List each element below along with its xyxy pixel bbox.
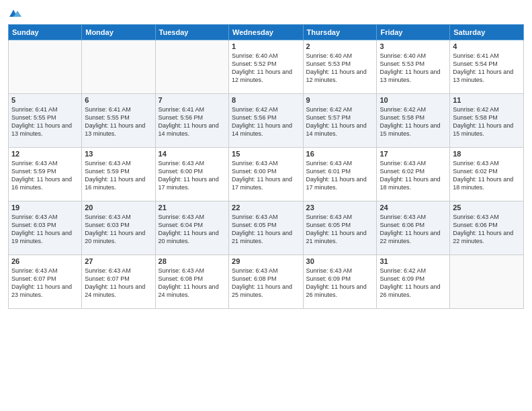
calendar-cell: 9Sunrise: 6:42 AM Sunset: 5:57 PM Daylig…	[303, 94, 377, 148]
calendar-cell: 23Sunrise: 6:43 AM Sunset: 6:05 PM Dayli…	[303, 201, 377, 255]
day-info: Sunrise: 6:43 AM Sunset: 5:59 PM Dayligh…	[11, 159, 79, 192]
calendar-cell: 30Sunrise: 6:43 AM Sunset: 6:09 PM Dayli…	[303, 255, 377, 309]
day-info: Sunrise: 6:43 AM Sunset: 6:05 PM Dayligh…	[232, 213, 300, 246]
day-number: 28	[159, 257, 226, 265]
calendar-cell	[450, 255, 524, 309]
day-info: Sunrise: 6:43 AM Sunset: 6:06 PM Dayligh…	[453, 213, 521, 246]
day-info: Sunrise: 6:41 AM Sunset: 5:55 PM Dayligh…	[11, 105, 79, 138]
day-number: 17	[380, 150, 447, 158]
day-number: 20	[85, 203, 152, 212]
calendar-cell: 27Sunrise: 6:43 AM Sunset: 6:07 PM Dayli…	[82, 255, 155, 309]
day-number: 31	[380, 257, 447, 265]
calendar-cell: 3Sunrise: 6:40 AM Sunset: 5:53 PM Daylig…	[377, 40, 450, 94]
calendar-cell: 18Sunrise: 6:43 AM Sunset: 6:02 PM Dayli…	[450, 148, 524, 201]
day-number: 18	[453, 150, 521, 158]
calendar-cell: 1Sunrise: 6:40 AM Sunset: 5:52 PM Daylig…	[229, 40, 304, 94]
day-info: Sunrise: 6:43 AM Sunset: 6:00 PM Dayligh…	[232, 159, 300, 192]
day-info: Sunrise: 6:42 AM Sunset: 6:09 PM Dayligh…	[380, 267, 447, 300]
calendar-cell	[82, 40, 155, 94]
calendar-cell: 16Sunrise: 6:43 AM Sunset: 6:01 PM Dayli…	[303, 148, 377, 201]
day-number: 13	[85, 150, 152, 158]
day-info: Sunrise: 6:43 AM Sunset: 6:06 PM Dayligh…	[380, 213, 447, 246]
day-number: 7	[159, 96, 226, 104]
calendar-header-saturday: Saturday	[450, 25, 524, 40]
day-number: 23	[306, 203, 374, 212]
calendar-week-4: 19Sunrise: 6:43 AM Sunset: 6:03 PM Dayli…	[9, 201, 524, 255]
calendar-header-tuesday: Tuesday	[155, 25, 228, 40]
calendar-header-friday: Friday	[377, 25, 450, 40]
day-info: Sunrise: 6:43 AM Sunset: 6:07 PM Dayligh…	[11, 267, 79, 300]
calendar-cell: 31Sunrise: 6:42 AM Sunset: 6:09 PM Dayli…	[377, 255, 450, 309]
calendar-cell: 19Sunrise: 6:43 AM Sunset: 6:03 PM Dayli…	[9, 201, 82, 255]
calendar-week-5: 26Sunrise: 6:43 AM Sunset: 6:07 PM Dayli…	[9, 255, 524, 309]
calendar-cell: 10Sunrise: 6:42 AM Sunset: 5:58 PM Dayli…	[377, 94, 450, 148]
calendar-header-thursday: Thursday	[303, 25, 377, 40]
calendar-cell: 21Sunrise: 6:43 AM Sunset: 6:04 PM Dayli…	[155, 201, 228, 255]
calendar-cell: 6Sunrise: 6:41 AM Sunset: 5:55 PM Daylig…	[82, 94, 155, 148]
day-info: Sunrise: 6:43 AM Sunset: 6:08 PM Dayligh…	[159, 267, 226, 300]
calendar-cell: 7Sunrise: 6:41 AM Sunset: 5:56 PM Daylig…	[155, 94, 228, 148]
calendar-cell: 20Sunrise: 6:43 AM Sunset: 6:03 PM Dayli…	[82, 201, 155, 255]
calendar-cell: 25Sunrise: 6:43 AM Sunset: 6:06 PM Dayli…	[450, 201, 524, 255]
calendar-cell: 2Sunrise: 6:40 AM Sunset: 5:53 PM Daylig…	[303, 40, 377, 94]
day-number: 6	[85, 96, 152, 104]
day-info: Sunrise: 6:40 AM Sunset: 5:52 PM Dayligh…	[232, 52, 300, 85]
calendar-cell: 4Sunrise: 6:41 AM Sunset: 5:54 PM Daylig…	[450, 40, 524, 94]
calendar-cell: 29Sunrise: 6:43 AM Sunset: 6:08 PM Dayli…	[229, 255, 304, 309]
header	[8, 7, 524, 19]
day-number: 29	[232, 257, 300, 265]
calendar-header-row: SundayMondayTuesdayWednesdayThursdayFrid…	[9, 25, 524, 40]
day-info: Sunrise: 6:43 AM Sunset: 6:02 PM Dayligh…	[453, 159, 521, 192]
day-number: 4	[453, 42, 521, 50]
day-number: 21	[159, 203, 226, 212]
day-number: 26	[11, 257, 79, 265]
day-number: 1	[232, 42, 300, 50]
day-number: 22	[232, 203, 300, 212]
day-info: Sunrise: 6:43 AM Sunset: 6:07 PM Dayligh…	[85, 267, 152, 300]
day-number: 3	[380, 42, 447, 50]
day-info: Sunrise: 6:41 AM Sunset: 5:54 PM Dayligh…	[453, 52, 521, 85]
day-info: Sunrise: 6:42 AM Sunset: 5:58 PM Dayligh…	[380, 105, 447, 138]
page: SundayMondayTuesdayWednesdayThursdayFrid…	[0, 0, 532, 411]
day-info: Sunrise: 6:43 AM Sunset: 6:03 PM Dayligh…	[11, 213, 79, 246]
day-info: Sunrise: 6:43 AM Sunset: 6:08 PM Dayligh…	[232, 267, 300, 300]
calendar-cell: 15Sunrise: 6:43 AM Sunset: 6:00 PM Dayli…	[229, 148, 304, 201]
day-number: 14	[159, 150, 226, 158]
day-number: 24	[380, 203, 447, 212]
calendar-header-wednesday: Wednesday	[229, 25, 304, 40]
calendar-cell: 22Sunrise: 6:43 AM Sunset: 6:05 PM Dayli…	[229, 201, 304, 255]
calendar-cell: 26Sunrise: 6:43 AM Sunset: 6:07 PM Dayli…	[9, 255, 82, 309]
calendar-cell	[9, 40, 82, 94]
day-info: Sunrise: 6:43 AM Sunset: 6:04 PM Dayligh…	[159, 213, 226, 246]
calendar-cell: 5Sunrise: 6:41 AM Sunset: 5:55 PM Daylig…	[9, 94, 82, 148]
day-number: 8	[232, 96, 300, 104]
calendar-cell: 13Sunrise: 6:43 AM Sunset: 5:59 PM Dayli…	[82, 148, 155, 201]
day-number: 9	[306, 96, 374, 104]
day-info: Sunrise: 6:41 AM Sunset: 5:55 PM Dayligh…	[85, 105, 152, 138]
day-info: Sunrise: 6:43 AM Sunset: 6:03 PM Dayligh…	[85, 213, 152, 246]
calendar-cell	[155, 40, 228, 94]
calendar-cell: 24Sunrise: 6:43 AM Sunset: 6:06 PM Dayli…	[377, 201, 450, 255]
day-info: Sunrise: 6:43 AM Sunset: 6:09 PM Dayligh…	[306, 267, 374, 300]
logo	[8, 7, 24, 19]
calendar-cell: 12Sunrise: 6:43 AM Sunset: 5:59 PM Dayli…	[9, 148, 82, 201]
day-info: Sunrise: 6:42 AM Sunset: 5:58 PM Dayligh…	[453, 105, 521, 138]
day-info: Sunrise: 6:43 AM Sunset: 6:01 PM Dayligh…	[306, 159, 374, 192]
day-info: Sunrise: 6:43 AM Sunset: 6:02 PM Dayligh…	[380, 159, 447, 192]
day-info: Sunrise: 6:43 AM Sunset: 6:00 PM Dayligh…	[159, 159, 226, 192]
calendar-cell: 11Sunrise: 6:42 AM Sunset: 5:58 PM Dayli…	[450, 94, 524, 148]
day-info: Sunrise: 6:41 AM Sunset: 5:56 PM Dayligh…	[159, 105, 226, 138]
calendar-week-3: 12Sunrise: 6:43 AM Sunset: 5:59 PM Dayli…	[9, 148, 524, 201]
day-number: 27	[85, 257, 152, 265]
day-number: 2	[306, 42, 374, 50]
day-number: 12	[11, 150, 79, 158]
day-info: Sunrise: 6:43 AM Sunset: 6:05 PM Dayligh…	[306, 213, 374, 246]
calendar-header-sunday: Sunday	[9, 25, 82, 40]
day-number: 25	[453, 203, 521, 212]
calendar-cell: 17Sunrise: 6:43 AM Sunset: 6:02 PM Dayli…	[377, 148, 450, 201]
day-number: 11	[453, 96, 521, 104]
logo-icon	[9, 7, 21, 19]
day-number: 5	[11, 96, 79, 104]
day-info: Sunrise: 6:42 AM Sunset: 5:57 PM Dayligh…	[306, 105, 374, 138]
day-info: Sunrise: 6:40 AM Sunset: 5:53 PM Dayligh…	[306, 52, 374, 85]
